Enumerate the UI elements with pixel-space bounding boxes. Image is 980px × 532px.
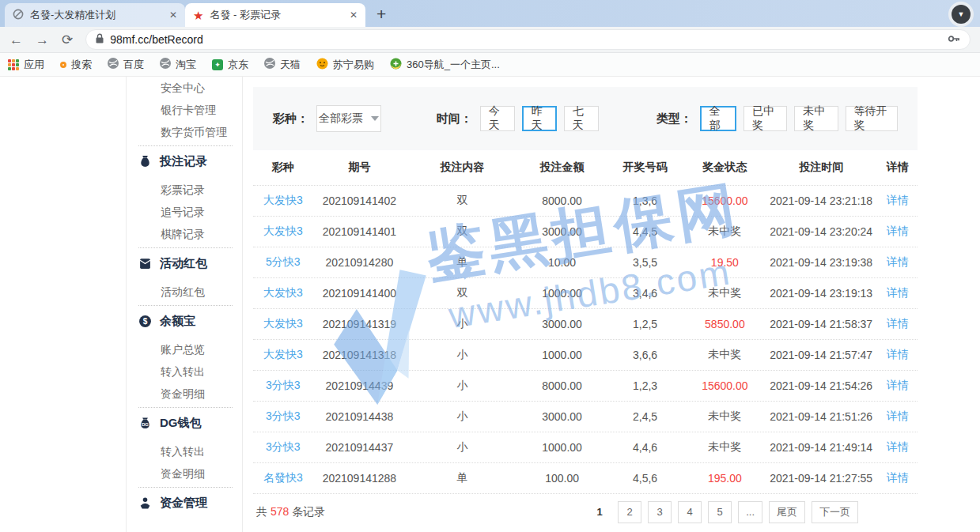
bet-content: 双 <box>406 224 519 239</box>
type-filter-group: 全部已中奖未中奖等待开奖 <box>700 106 898 131</box>
browser-tab-inactive[interactable]: 名發-大发精准计划 ✕ <box>5 3 185 27</box>
bookmark-baidu[interactable]: 百度 <box>108 58 144 72</box>
tab-close-icon[interactable]: ✕ <box>350 9 358 21</box>
lottery-filter-label: 彩种： <box>273 111 308 126</box>
url-text: 98mf.cc/betRecord <box>110 33 941 46</box>
sidebar-item[interactable]: 棋牌记录 <box>138 223 242 245</box>
sidebar-item[interactable]: 追号记录 <box>138 201 242 223</box>
bookmark-taobao[interactable]: 淘宝 <box>160 58 196 72</box>
record-total: 共578条记录 <box>256 505 325 519</box>
detail-link[interactable]: 详情 <box>878 194 918 208</box>
detail-link[interactable]: 详情 <box>878 471 918 485</box>
browser-toolbar: ← → ⟳ 98mf.cc/betRecord <box>0 27 980 53</box>
page-button[interactable]: 下一页 <box>812 501 858 523</box>
page-button[interactable]: 2 <box>618 501 641 523</box>
prize-status: 5850.00 <box>685 318 765 330</box>
reload-button[interactable]: ⟳ <box>62 33 73 47</box>
draw-numbers: 4,5,6 <box>605 472 685 485</box>
total-prefix: 共 <box>256 505 267 518</box>
time-filter-button[interactable]: 昨天 <box>522 106 557 131</box>
sidebar-item[interactable]: 转入转出 <box>138 440 242 462</box>
page-content: 安全中心 银行卡管理 数字货币管理 投注记录 彩票记录追号记录棋牌记录 活动红包… <box>0 77 980 532</box>
bookmark-label: 百度 <box>123 58 144 72</box>
bookmark-jd[interactable]: ✦ 京东 <box>212 58 248 72</box>
type-filter-button[interactable]: 等待开奖 <box>846 106 898 131</box>
bookmark-search[interactable]: 搜索 <box>60 58 92 72</box>
jd-flower-icon: ✦ <box>212 59 223 70</box>
address-bar[interactable]: 98mf.cc/betRecord <box>85 29 971 50</box>
new-tab-button[interactable]: + <box>376 6 386 22</box>
sidebar-item[interactable]: 银行卡管理 <box>138 99 242 121</box>
page-button[interactable]: 1 <box>588 501 611 523</box>
sidebar-item[interactable]: 彩票记录 <box>138 179 242 201</box>
tab-close-icon[interactable]: ✕ <box>169 9 177 21</box>
detail-link[interactable]: 详情 <box>878 348 918 362</box>
sidebar-section-funds[interactable]: 资金管理 <box>138 490 242 515</box>
sidebar-item[interactable]: 资金明细 <box>138 462 242 485</box>
back-button[interactable]: ← <box>9 33 23 47</box>
bookmark-suning[interactable]: 苏宁易购 <box>316 58 374 72</box>
column-header: 投注内容 <box>406 160 519 175</box>
browser-tab-active[interactable]: ★ 名發 - 彩票记录 ✕ <box>185 3 365 27</box>
time-filter-label: 时间： <box>437 111 472 126</box>
sidebar-item[interactable]: 资金明细 <box>138 383 242 405</box>
prize-status: 未中奖 <box>685 286 765 300</box>
bet-amount: 1000.00 <box>519 349 605 361</box>
detail-link[interactable]: 详情 <box>878 255 918 270</box>
key-icon[interactable] <box>948 33 960 47</box>
column-header: 期号 <box>313 160 407 175</box>
issue-number: 20210914437 <box>313 441 407 454</box>
bookmark-tmall[interactable]: 天猫 <box>264 58 301 72</box>
filter-bar: 彩种： 全部彩票 时间： 今天昨天七天 类型： 全部已中奖未中奖等待开奖 <box>253 87 918 150</box>
prize-status: 15600.00 <box>685 194 765 207</box>
column-header: 详情 <box>878 160 918 175</box>
time-filter-button[interactable]: 七天 <box>564 106 599 131</box>
bet-time: 2021-09-14 21:49:14 <box>765 441 878 454</box>
red-envelope-icon <box>138 257 152 270</box>
prize-status: 15600.00 <box>685 379 765 392</box>
sidebar-item[interactable]: 账户总览 <box>138 338 242 360</box>
detail-link[interactable]: 详情 <box>878 224 918 239</box>
detail-link[interactable]: 详情 <box>878 317 918 331</box>
table-header: 彩种期号投注内容投注金额开奖号码奖金状态投注时间详情 <box>253 150 918 185</box>
browser-menu-button[interactable]: ▼ <box>948 2 974 27</box>
page-button[interactable]: 5 <box>708 501 732 523</box>
sidebar-item[interactable]: 安全中心 <box>138 77 242 99</box>
sidebar-item[interactable]: 数字货币管理 <box>138 121 242 143</box>
bookmark-apps[interactable]: 应用 <box>8 58 44 72</box>
page-button[interactable]: ... <box>738 501 762 523</box>
sidebar-section-dg-wallet[interactable]: DG DG钱包 <box>138 410 242 436</box>
lottery-select[interactable]: 全部彩票 <box>316 105 381 132</box>
time-filter-button[interactable]: 今天 <box>480 106 515 131</box>
sidebar-item[interactable]: 活动红包 <box>138 281 242 303</box>
lottery-name: 大发快3 <box>253 348 313 362</box>
detail-link[interactable]: 详情 <box>878 379 918 393</box>
sidebar-divider <box>138 487 233 488</box>
bet-content: 小 <box>406 348 519 362</box>
sidebar-section-red-packet[interactable]: 活动红包 <box>138 251 242 276</box>
detail-link[interactable]: 详情 <box>878 440 918 455</box>
table-row: 大发快3 202109141402 双 8000.00 1,3,6 15600.… <box>253 185 918 216</box>
detail-link[interactable]: 详情 <box>878 409 918 424</box>
lottery-name: 5分快3 <box>253 255 313 270</box>
draw-numbers: 4,4,6 <box>605 441 685 454</box>
bookmark-360nav[interactable]: 360导航_一个主页... <box>390 58 500 72</box>
issue-number: 202109141288 <box>313 472 407 485</box>
page-button[interactable]: 尾页 <box>769 501 805 523</box>
bookmark-label: 京东 <box>228 58 248 72</box>
type-filter-button[interactable]: 已中奖 <box>744 106 787 131</box>
lottery-name: 大发快3 <box>253 317 313 331</box>
draw-numbers: 1,3,6 <box>605 194 685 207</box>
table-row: 大发快3 202109141401 双 3000.00 4,4,5 未中奖 20… <box>253 216 918 247</box>
type-filter-button[interactable]: 全部 <box>700 106 736 131</box>
chevron-down-icon <box>371 116 379 121</box>
type-filter-button[interactable]: 未中奖 <box>794 106 838 131</box>
sidebar-section-yuebao[interactable]: $ 余额宝 <box>138 308 242 334</box>
page-button[interactable]: 4 <box>678 501 702 523</box>
sidebar-item[interactable]: 转入转出 <box>138 360 242 383</box>
sidebar-divider <box>138 407 233 408</box>
page-button[interactable]: 3 <box>648 501 672 523</box>
detail-link[interactable]: 详情 <box>878 286 918 300</box>
forward-button[interactable]: → <box>36 33 49 47</box>
sidebar-section-bet-records[interactable]: 投注记录 <box>138 149 242 174</box>
